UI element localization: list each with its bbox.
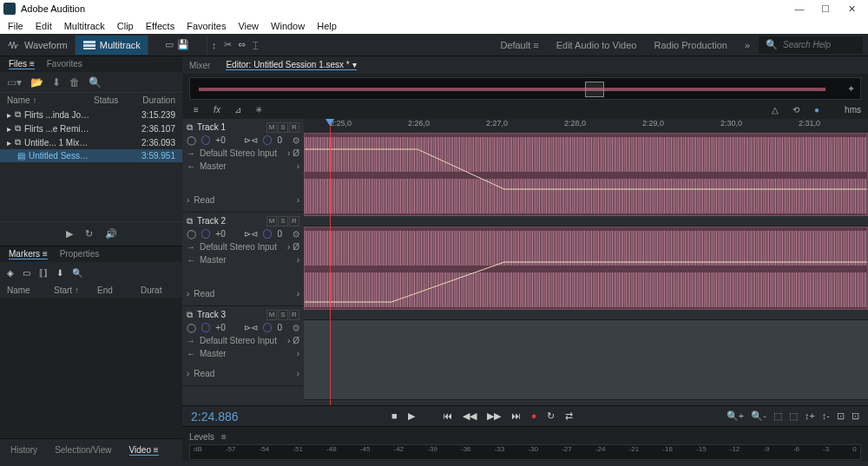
audio-clip[interactable] [304, 226, 868, 310]
sends-icon[interactable]: ⊿ [231, 105, 245, 115]
loop-icon[interactable]: ↻ [85, 228, 93, 240]
add-marker-icon[interactable]: ◈ [7, 268, 14, 278]
tab-video[interactable]: Video ≡ [129, 445, 159, 456]
tab-markers[interactable]: Markers ≡ [9, 249, 48, 259]
timeline[interactable]: 2:25,0 2:26,0 2:27,0 2:28,0 2:29,0 2:30,… [304, 119, 868, 405]
file-row[interactable]: ▤ Untitled Session 1.sesx * 3:59.951 [0, 149, 182, 162]
workspace-default[interactable]: Default ≡ [491, 40, 547, 50]
eq-icon[interactable]: ✳ [252, 105, 266, 115]
move-tool-icon[interactable]: ↕ [207, 38, 221, 52]
level-meter[interactable]: dB-57-54-51-48-45-42-39-36-33-30-27-24-2… [189, 444, 861, 460]
skip-button[interactable]: ⇄ [565, 410, 573, 422]
volume-knob[interactable] [201, 229, 210, 239]
filter-icon[interactable]: 🔍 [89, 76, 102, 89]
playhead[interactable] [330, 119, 331, 405]
ripple-icon[interactable]: ⟲ [789, 105, 803, 115]
fx-icon[interactable]: fx [210, 105, 224, 115]
close-button[interactable]: ✕ [838, 0, 865, 17]
zoom-out-icon[interactable]: 🔍- [751, 410, 766, 422]
record-arm-button[interactable]: R [289, 216, 299, 226]
timeline-overview[interactable]: ✦ [189, 77, 861, 100]
zoom-in-point-icon[interactable]: ⊡ [837, 410, 845, 422]
maximize-button[interactable]: ☐ [812, 0, 838, 17]
menu-window[interactable]: Window [265, 19, 311, 33]
monitor-icon[interactable]: ⊙ [293, 229, 299, 239]
tab-history[interactable]: History [10, 445, 37, 455]
tab-selection-view[interactable]: Selection/View [55, 445, 111, 455]
record-arm-button[interactable]: R [289, 310, 299, 320]
time-ruler[interactable]: 2:25,0 2:26,0 2:27,0 2:28,0 2:29,0 2:30,… [304, 119, 868, 133]
marker-col-end[interactable]: End [97, 286, 141, 295]
expand-icon[interactable]: ▸ [7, 110, 11, 120]
menu-multitrack[interactable]: Multitrack [58, 19, 111, 33]
menu-file[interactable]: File [2, 19, 30, 33]
open-icon[interactable]: 📂 [30, 76, 43, 89]
rewind-button[interactable]: ◀◀ [463, 410, 477, 422]
monitor-icon[interactable]: ⊙ [293, 323, 299, 332]
menu-clip[interactable]: Clip [111, 19, 140, 33]
menu-effects[interactable]: Effects [140, 19, 181, 33]
envelope-line[interactable] [305, 134, 867, 215]
track-header[interactable]: ⧉Track 3 MSR ◯+0 ⊳⊲0 ⊙ → Default Stereo … [182, 306, 304, 386]
goto-end-button[interactable]: ⏭ [511, 410, 521, 422]
envelope-line[interactable] [305, 227, 867, 309]
search-box[interactable]: 🔍 [759, 36, 863, 54]
search-input[interactable] [783, 40, 856, 49]
tab-favorites[interactable]: Favorites [47, 59, 82, 69]
tab-editor[interactable]: Editor: Untitled Session 1.sesx * ▾ [226, 60, 356, 70]
open-file-icon[interactable]: ▭ [162, 38, 176, 52]
record-button[interactable]: ● [531, 410, 537, 422]
solo-button[interactable]: S [278, 310, 288, 320]
zoom-in-v-icon[interactable]: ↕+ [805, 410, 815, 422]
autoplay-icon[interactable]: 🔊 [105, 228, 117, 240]
stop-button[interactable]: ■ [391, 410, 398, 422]
pan-knob[interactable] [263, 135, 272, 145]
track-lane[interactable] [304, 320, 868, 400]
fx-toggle-icon[interactable]: ≡ [189, 105, 203, 115]
mute-button[interactable]: M [266, 310, 277, 320]
ruler-unit[interactable]: hms [845, 105, 861, 115]
solo-button[interactable]: S [278, 122, 288, 133]
marker-col-start[interactable]: Start ↑ [54, 286, 97, 295]
col-name[interactable]: Name ↑ [7, 95, 90, 105]
zoom-out-point-icon[interactable]: ⊡ [852, 410, 859, 422]
marker-range-icon[interactable]: ⟦⟧ [39, 268, 48, 278]
slip-tool-icon[interactable]: ⇔ [235, 38, 249, 52]
col-duration[interactable]: Duration [132, 95, 175, 105]
new-file-icon[interactable]: ▭▾ [7, 76, 22, 89]
track-lane[interactable] [304, 133, 868, 226]
tab-files[interactable]: Files ≡ [9, 59, 35, 69]
expand-icon[interactable]: ▸ [7, 138, 11, 148]
expand-icon[interactable]: ▸ [7, 124, 11, 134]
marker-type-icon[interactable]: ▭ [23, 268, 30, 278]
workspace-edit-video[interactable]: Edit Audio to Video [548, 40, 646, 50]
track-header[interactable]: ⧉Track 2 MSR ◯+0 ⊳⊲0 ⊙ → Default Stereo … [182, 213, 304, 306]
volume-knob[interactable] [201, 323, 210, 332]
import-icon[interactable]: ⬇ [52, 76, 61, 89]
menu-help[interactable]: Help [311, 19, 343, 33]
marker-col-name[interactable]: Name [7, 286, 54, 295]
goto-start-button[interactable]: ⏮ [443, 410, 452, 422]
volume-knob[interactable] [201, 135, 210, 145]
zoom-sel-icon[interactable]: ⬚ [789, 410, 798, 422]
mute-button[interactable]: M [266, 216, 277, 226]
mode-multitrack-button[interactable]: Multitrack [76, 36, 148, 55]
zoom-in-icon[interactable]: 🔍+ [727, 410, 744, 422]
loop-button[interactable]: ↻ [547, 410, 555, 422]
track-lane[interactable] [304, 226, 868, 320]
mute-button[interactable]: M [266, 122, 277, 133]
zoom-out-v-icon[interactable]: ↕- [822, 410, 830, 422]
forward-button[interactable]: ▶▶ [487, 410, 501, 422]
tab-mixer[interactable]: Mixer [189, 61, 210, 70]
file-row[interactable]: ▸ ⧉ Flirts ...inda Jo Rizzo).mp3 3:15.23… [0, 108, 182, 121]
minimize-button[interactable]: — [786, 0, 812, 17]
snap-icon[interactable]: △ [768, 105, 782, 115]
solo-button[interactable]: S [278, 216, 288, 226]
tab-properties[interactable]: Properties [60, 249, 100, 259]
current-time[interactable]: 2:24.886 [191, 410, 239, 423]
workspace-more-icon[interactable]: » [736, 40, 759, 50]
marker-import-icon[interactable]: ⬇ [56, 268, 63, 278]
delete-icon[interactable]: 🗑 [69, 76, 80, 89]
menu-view[interactable]: View [232, 19, 265, 33]
audio-clip[interactable] [304, 133, 868, 216]
